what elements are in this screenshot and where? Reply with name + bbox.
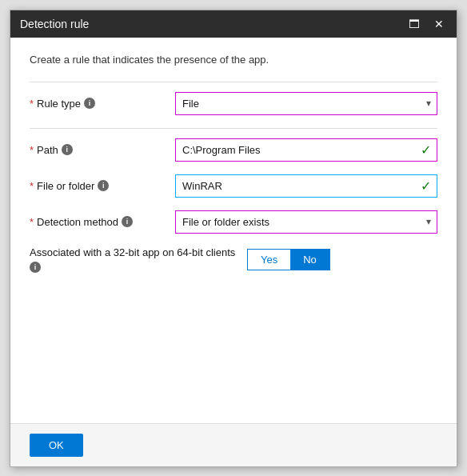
titlebar-controls: 🗖 ✕: [405, 17, 447, 31]
rule-type-required: *: [30, 98, 34, 110]
dialog-title: Detection rule: [20, 18, 89, 30]
associated-32bit-toggle: Yes No: [247, 249, 330, 270]
file-or-folder-info-icon[interactable]: i: [98, 180, 109, 191]
detection-method-select[interactable]: File or folder exists Date modified Date…: [175, 210, 437, 234]
titlebar: Detection rule 🗖 ✕: [10, 10, 457, 38]
path-control: ✓: [175, 138, 437, 162]
file-or-folder-input[interactable]: [175, 174, 437, 198]
minimize-button[interactable]: 🗖: [405, 17, 423, 31]
detection-method-row: * Detection method i File or folder exis…: [30, 210, 437, 234]
associated-32bit-label-text: Associated with a 32-bit app on 64-bit c…: [30, 246, 235, 258]
associated-32bit-row: Associated with a 32-bit app on 64-bit c…: [30, 246, 437, 273]
dialog-content: Create a rule that indicates the presenc…: [10, 38, 457, 423]
rule-type-select[interactable]: File Registry MSI Script: [175, 92, 437, 115]
file-or-folder-control: ✓: [175, 174, 437, 198]
no-button[interactable]: No: [290, 250, 329, 270]
ok-button[interactable]: OK: [30, 434, 83, 457]
associated-32bit-info-icon[interactable]: i: [30, 262, 41, 273]
file-or-folder-label-text: File or folder: [37, 180, 94, 192]
detection-method-control: File or folder exists Date modified Date…: [175, 210, 437, 234]
rule-type-label: * Rule type i: [30, 98, 166, 110]
file-or-folder-required: *: [30, 180, 34, 192]
dialog-description: Create a rule that indicates the presenc…: [30, 54, 437, 66]
file-or-folder-label: * File or folder i: [30, 180, 166, 192]
rule-type-control: File Registry MSI Script ▾: [175, 92, 437, 115]
detection-method-info-icon[interactable]: i: [122, 216, 133, 227]
divider-mid: [30, 128, 437, 129]
file-or-folder-row: * File or folder i ✓: [30, 174, 437, 198]
path-required: *: [30, 144, 34, 156]
divider-top: [30, 82, 437, 82]
close-button[interactable]: ✕: [431, 17, 447, 31]
detection-method-required: *: [30, 216, 34, 228]
rule-type-info-icon[interactable]: i: [84, 98, 95, 109]
rule-type-label-text: Rule type: [37, 98, 81, 110]
detection-rule-dialog: Detection rule 🗖 ✕ Create a rule that in…: [10, 10, 457, 467]
associated-32bit-label: Associated with a 32-bit app on 64-bit c…: [30, 246, 237, 273]
detection-method-label-text: Detection method: [37, 216, 118, 228]
path-label: * Path i: [30, 144, 166, 156]
yes-button[interactable]: Yes: [248, 250, 290, 270]
dialog-footer: OK: [10, 423, 457, 466]
rule-type-row: * Rule type i File Registry MSI Script ▾: [30, 92, 437, 115]
path-row: * Path i ✓: [30, 138, 437, 162]
detection-method-label: * Detection method i: [30, 216, 166, 228]
path-input[interactable]: [175, 138, 437, 162]
path-info-icon[interactable]: i: [62, 144, 73, 155]
path-label-text: Path: [37, 144, 58, 156]
